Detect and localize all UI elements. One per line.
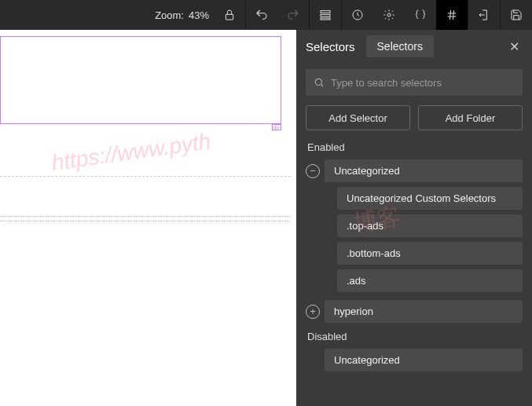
undo-icon[interactable]: [246, 0, 277, 30]
selector-group-uncategorized[interactable]: Uncategorized: [325, 159, 523, 182]
guide-line: [0, 176, 291, 177]
svg-point-5: [387, 13, 391, 16]
gear-icon[interactable]: [373, 0, 405, 30]
enabled-section-label: Enabled: [307, 141, 523, 153]
zoom-value: 43%: [189, 9, 209, 21]
svg-line-11: [321, 85, 324, 87]
redo-icon[interactable]: [277, 0, 309, 30]
save-icon[interactable]: [501, 0, 532, 30]
selector-item[interactable]: Uncategorized Custom Selectors: [337, 187, 523, 210]
disabled-section-label: Disabled: [307, 331, 523, 342]
guide-line: [0, 221, 291, 221]
svg-rect-1: [321, 11, 330, 13]
braces-icon[interactable]: [405, 0, 436, 30]
selection-outline: [0, 36, 281, 124]
selection-tag-label: div: [272, 124, 281, 130]
lock-icon[interactable]: [214, 0, 245, 30]
export-icon[interactable]: [468, 0, 500, 30]
selector-group-hyperion[interactable]: hyperion: [325, 300, 523, 323]
canvas-area[interactable]: div https://www.pyth: [0, 30, 296, 406]
zoom-label: Zoom:: [155, 9, 184, 21]
svg-rect-3: [321, 18, 330, 20]
svg-point-10: [315, 79, 321, 85]
svg-rect-2: [321, 14, 330, 16]
svg-rect-0: [226, 14, 233, 20]
selector-item[interactable]: .bottom-ads: [337, 242, 523, 265]
search-icon: [314, 77, 325, 88]
selectors-panel: Selectors Selectors ✕ Add Selector Add F…: [296, 30, 532, 406]
selector-item[interactable]: .top-ads: [337, 214, 523, 237]
add-folder-button[interactable]: Add Folder: [418, 105, 523, 130]
guide-line: [0, 216, 291, 217]
panel-title: Selectors: [306, 40, 355, 53]
history-icon[interactable]: [342, 0, 373, 30]
expand-icon[interactable]: +: [306, 305, 320, 319]
selector-item[interactable]: .ads: [337, 269, 523, 292]
svg-line-8: [449, 10, 450, 20]
top-toolbar: Zoom: 43%: [0, 0, 532, 30]
add-selector-button[interactable]: Add Selector: [306, 105, 410, 130]
panel-header: Selectors Selectors ✕: [296, 30, 532, 63]
watermark: https://www.pyth: [50, 129, 212, 176]
hash-icon[interactable]: [436, 0, 468, 30]
search-box[interactable]: [306, 69, 523, 96]
selector-group-disabled-uncategorized[interactable]: Uncategorized: [325, 349, 523, 371]
collapse-icon[interactable]: −: [306, 164, 320, 178]
search-input[interactable]: [331, 77, 515, 89]
layout-icon[interactable]: [310, 0, 341, 30]
svg-line-9: [453, 10, 453, 20]
panel-tab-selectors[interactable]: Selectors: [366, 35, 434, 57]
close-icon[interactable]: ✕: [506, 36, 523, 57]
